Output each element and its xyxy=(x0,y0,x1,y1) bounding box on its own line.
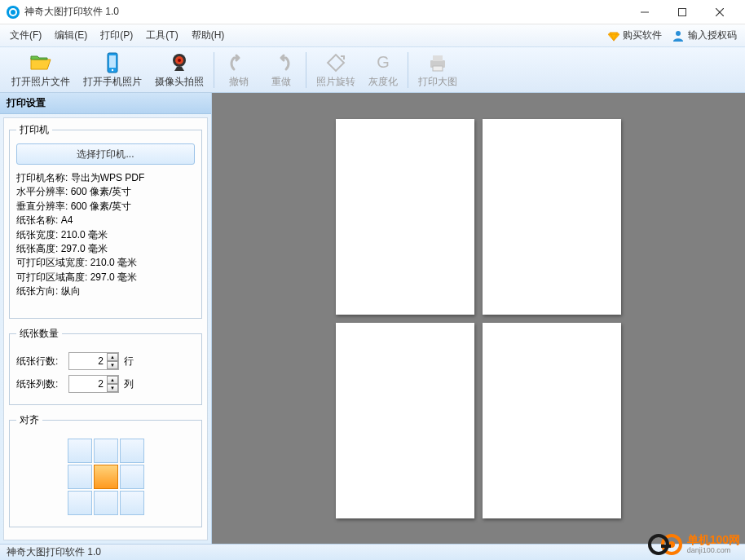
redo-button[interactable]: 重做 xyxy=(260,49,302,91)
enter-license-link[interactable]: 输入授权码 xyxy=(667,25,742,46)
menu-help[interactable]: 帮助(H) xyxy=(185,25,231,46)
printer-info: 打印机名称: 导出为WPS PDF 水平分辨率: 600 像素/英寸 垂直分辨率… xyxy=(16,171,195,299)
preview-canvas xyxy=(212,93,745,544)
undo-button[interactable]: 撤销 xyxy=(218,49,260,91)
cols-spinner[interactable]: ▲ ▼ xyxy=(68,375,119,393)
printer-name-line: 打印机名称: 导出为WPS PDF xyxy=(16,171,195,185)
align-top-right[interactable] xyxy=(120,439,144,463)
svg-rect-1 xyxy=(679,8,686,15)
maximize-button[interactable] xyxy=(663,0,701,24)
svg-rect-7 xyxy=(109,55,116,68)
window-controls xyxy=(626,0,738,24)
cols-row: 纸张列数: ▲ ▼ 列 xyxy=(16,375,195,393)
page-preview xyxy=(483,323,621,518)
buy-software-link[interactable]: 购买软件 xyxy=(603,25,667,46)
toolbar-separator xyxy=(306,52,306,88)
svg-rect-16 xyxy=(433,66,443,71)
close-button[interactable] xyxy=(701,0,738,24)
menu-tools[interactable]: 工具(T) xyxy=(139,25,184,46)
statusbar: 神奇大图打印软件 1.0 xyxy=(0,544,745,560)
cols-down-button[interactable]: ▼ xyxy=(107,384,118,392)
svg-point-5 xyxy=(676,31,681,36)
svg-rect-15 xyxy=(433,55,443,61)
cols-label: 纸张列数: xyxy=(16,377,64,391)
diamond-icon xyxy=(608,30,619,42)
h-dpi-line: 水平分辨率: 600 像素/英寸 xyxy=(16,185,195,199)
align-grid xyxy=(68,439,144,515)
undo-label: 撤销 xyxy=(229,75,249,89)
enter-license-label: 输入授权码 xyxy=(688,29,737,42)
v-dpi-line: 垂直分辨率: 600 像素/英寸 xyxy=(16,200,195,214)
align-bottom-left[interactable] xyxy=(68,491,92,515)
paper-count-legend: 纸张数量 xyxy=(16,327,62,341)
page-grid xyxy=(336,119,621,518)
grayscale-button[interactable]: G 灰度化 xyxy=(362,49,404,91)
status-text: 神奇大图打印软件 1.0 xyxy=(7,545,101,559)
svg-rect-12 xyxy=(328,55,344,71)
printer-legend: 打印机 xyxy=(16,123,52,137)
svg-point-11 xyxy=(178,59,181,62)
svg-point-8 xyxy=(112,68,113,70)
paper-count-fieldset: 纸张数量 纸张行数: ▲ ▼ 行 纸张列数: xyxy=(9,327,202,405)
rows-spinner[interactable]: ▲ ▼ xyxy=(68,352,119,370)
print-big-button[interactable]: 打印大图 xyxy=(412,49,464,91)
printable-width-line: 可打印区域宽度: 210.0 毫米 xyxy=(16,256,195,270)
paper-height-line: 纸张高度: 297.0 毫米 xyxy=(16,242,195,256)
align-fieldset: 对齐 xyxy=(9,413,202,527)
rotate-button[interactable]: 照片旋转 xyxy=(310,49,362,91)
align-bottom-center[interactable] xyxy=(94,491,118,515)
grayscale-label: 灰度化 xyxy=(368,75,398,89)
rows-input[interactable] xyxy=(69,353,107,369)
align-top-center[interactable] xyxy=(94,439,118,463)
open-phone-label: 打开手机照片 xyxy=(83,75,142,89)
align-top-left[interactable] xyxy=(68,439,92,463)
phone-icon xyxy=(101,51,124,74)
toolbar: 打开照片文件 打开手机照片 摄像头拍照 撤销 重做 照片旋转 G xyxy=(0,47,745,93)
open-photo-label: 打开照片文件 xyxy=(11,75,70,89)
app-title: 神奇大图打印软件 1.0 xyxy=(24,5,626,19)
sidebar-body: 打印机 选择打印机... 打印机名称: 导出为WPS PDF 水平分辨率: 60… xyxy=(3,117,208,540)
rotate-label: 照片旋转 xyxy=(316,75,355,89)
page-preview xyxy=(336,119,474,315)
printable-height-line: 可打印区域高度: 297.0 毫米 xyxy=(16,271,195,284)
camera-button[interactable]: 摄像头拍照 xyxy=(148,49,210,91)
folder-open-icon xyxy=(29,51,52,74)
sidebar-header: 打印设置 xyxy=(0,93,211,114)
menu-print[interactable]: 打印(P) xyxy=(94,25,139,46)
align-middle-left[interactable] xyxy=(68,465,92,489)
rows-up-button[interactable]: ▲ xyxy=(107,353,118,361)
svg-text:G: G xyxy=(377,53,390,71)
menubar: 文件(F) 编辑(E) 打印(P) 工具(T) 帮助(H) 购买软件 输入授权码 xyxy=(0,24,745,47)
cols-unit: 列 xyxy=(124,377,134,391)
undo-icon xyxy=(227,51,250,74)
menu-file[interactable]: 文件(F) xyxy=(3,25,48,46)
rows-label: 纸张行数: xyxy=(16,355,64,368)
rows-unit: 行 xyxy=(124,355,134,368)
main-area: 打印设置 打印机 选择打印机... 打印机名称: 导出为WPS PDF 水平分辨… xyxy=(0,93,745,544)
sidebar: 打印设置 打印机 选择打印机... 打印机名称: 导出为WPS PDF 水平分辨… xyxy=(0,93,212,544)
camera-label: 摄像头拍照 xyxy=(155,75,204,89)
redo-label: 重做 xyxy=(271,75,291,89)
align-bottom-right[interactable] xyxy=(120,491,144,515)
open-phone-button[interactable]: 打开手机照片 xyxy=(77,49,148,91)
menu-edit[interactable]: 编辑(E) xyxy=(48,25,94,46)
buy-software-label: 购买软件 xyxy=(623,29,662,42)
align-middle-right[interactable] xyxy=(120,465,144,489)
toolbar-separator xyxy=(214,52,214,88)
rows-down-button[interactable]: ▼ xyxy=(107,361,118,369)
person-icon xyxy=(672,29,685,42)
rotate-icon xyxy=(324,51,347,74)
orientation-line: 纸张方向: 纵向 xyxy=(16,284,195,298)
align-middle-center[interactable] xyxy=(94,465,118,489)
printer-fieldset: 打印机 选择打印机... 打印机名称: 导出为WPS PDF 水平分辨率: 60… xyxy=(9,123,202,319)
open-photo-button[interactable]: 打开照片文件 xyxy=(5,49,77,91)
page-preview xyxy=(336,323,474,518)
redo-icon xyxy=(270,51,293,74)
cols-input[interactable] xyxy=(69,376,107,392)
minimize-button[interactable] xyxy=(626,0,663,24)
svg-marker-4 xyxy=(608,32,619,41)
paper-name-line: 纸张名称: A4 xyxy=(16,214,195,227)
cols-up-button[interactable]: ▲ xyxy=(107,376,118,384)
printer-icon xyxy=(426,51,449,74)
select-printer-button[interactable]: 选择打印机... xyxy=(16,143,195,165)
